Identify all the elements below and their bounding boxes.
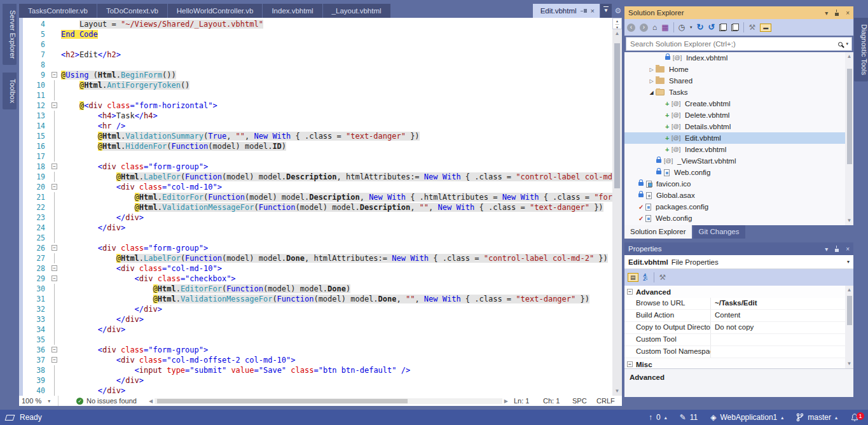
active-files-list-icon[interactable]: ▼	[600, 4, 612, 18]
solution-search-box[interactable]: ▾	[626, 37, 852, 51]
expander-icon[interactable]: ◢	[647, 90, 656, 95]
preview-selected-items-toggle[interactable]: ▬	[760, 24, 771, 32]
pending-edits-button[interactable]: ✎ 11	[680, 413, 698, 422]
properties-object-combo[interactable]: Edit.vbhtml File Properties ▾	[624, 255, 853, 269]
document-tab[interactable]: TasksController.vb	[19, 4, 97, 18]
property-pages-wrench-icon[interactable]: ⚒	[659, 273, 666, 282]
scroll-down-icon[interactable]: ▼	[847, 359, 852, 368]
scroll-down-icon[interactable]: ▼	[847, 216, 852, 225]
document-tab[interactable]: _Layout.vbhtml	[323, 4, 390, 18]
fold-toggle-icon[interactable]: −	[52, 357, 57, 363]
scrollbar-thumb[interactable]	[614, 43, 620, 188]
branch-button[interactable]: master ▴	[796, 413, 837, 422]
fold-toggle-icon[interactable]: −	[52, 275, 57, 281]
window-menu-caret-icon[interactable]: ▾	[825, 10, 828, 17]
editor-horizontal-scrollbar[interactable]: ◀ ▶	[147, 398, 510, 404]
diagnostic-tools-vertical-tab[interactable]: Diagnostic Tools	[854, 18, 868, 81]
properties-titlebar[interactable]: Properties ▾ ×	[624, 242, 853, 255]
search-input[interactable]	[626, 40, 838, 48]
editor-vertical-scrollbar[interactable]: ▴—▾ ▲ ▼	[612, 18, 622, 396]
tree-item-delete-vbhtml[interactable]: +[@]Delete.vbhtml	[624, 109, 853, 121]
scroll-up-icon[interactable]: ▲	[847, 52, 852, 61]
close-icon[interactable]: ×	[846, 246, 850, 253]
tree-item-details-vbhtml[interactable]: +[@]Details.vbhtml	[624, 121, 853, 132]
tree-item-web-config[interactable]: Web.config	[624, 167, 853, 178]
forward-icon[interactable]: ›	[640, 24, 648, 32]
scroll-right-icon[interactable]: ▶	[502, 398, 510, 404]
document-tab[interactable]: HelloWorldController.vb	[168, 4, 263, 18]
notifications-button[interactable]: 1	[850, 413, 859, 422]
code-editor[interactable]: 4567891011121314151617181920212223242526…	[19, 18, 622, 396]
property-row[interactable]: Build ActionContent	[624, 310, 845, 322]
pending-changes-filter-icon[interactable]: ◷	[679, 23, 685, 32]
refresh-icon[interactable]: ↻	[697, 23, 704, 32]
zoom-select[interactable]: 100 % ▾	[19, 396, 59, 406]
fold-toggle-icon[interactable]: −	[52, 245, 57, 251]
expander-icon[interactable]: ▷	[647, 78, 656, 84]
fold-toggle-icon[interactable]: −	[52, 265, 57, 271]
fold-toggle-icon[interactable]: −	[52, 164, 57, 169]
back-icon[interactable]: ‹	[627, 24, 635, 32]
auto-hide-pin-icon[interactable]	[834, 246, 840, 252]
category-row[interactable]: −Advanced	[624, 286, 845, 298]
property-value[interactable]: Content	[711, 310, 845, 321]
repository-button[interactable]: ◈ WebApplication1 ▴	[710, 413, 783, 422]
collapse-icon[interactable]: −	[627, 361, 633, 367]
collapse-all-icon[interactable]	[719, 24, 727, 31]
document-tab[interactable]: Index.vbhtml	[263, 4, 322, 18]
solution-explorer-titlebar[interactable]: Solution Explorer ▾ ×	[624, 6, 853, 19]
alphabetical-sort-icon[interactable]: AZ↓	[644, 274, 649, 281]
property-row[interactable]: Browse to URL~/Tasks/Edit	[624, 298, 845, 310]
home-icon[interactable]: ⌂	[652, 23, 657, 32]
property-value[interactable]: Do not copy	[711, 322, 845, 333]
categorized-toggle[interactable]: ▤	[628, 273, 638, 282]
tree-item-index-vbhtml[interactable]: [@]Index.vbhtml	[624, 52, 853, 64]
scroll-up-icon[interactable]: ▲	[615, 29, 620, 38]
property-value[interactable]	[711, 334, 845, 345]
tab-edit-vbhtml[interactable]: Edit.vbhtml ×	[533, 4, 600, 18]
search-options-caret-icon[interactable]: ▾	[846, 41, 848, 46]
pin-icon[interactable]	[581, 8, 587, 14]
dock-tab-git-changes[interactable]: Git Changes	[693, 225, 745, 239]
scroll-up-icon[interactable]: ▲	[847, 286, 852, 295]
tree-item-create-vbhtml[interactable]: +[@]Create.vbhtml	[624, 98, 853, 109]
push-commits-button[interactable]: ↑ 0 ▴	[649, 413, 667, 422]
collapse-icon[interactable]: −	[627, 289, 633, 295]
hscrollbar-thumb[interactable]	[157, 399, 408, 403]
toolbox-vertical-tab[interactable]: Toolbox	[3, 73, 17, 109]
server-explorer-vertical-tab[interactable]: Server Explorer	[3, 4, 17, 65]
dock-tab-solution-explorer[interactable]: Solution Explorer	[624, 225, 692, 239]
tree-item-home[interactable]: ▷Home	[624, 64, 853, 75]
document-options-gear-icon[interactable]: ⚙	[612, 4, 624, 18]
property-row[interactable]: Copy to Output DirectoryDo not copy	[624, 322, 845, 334]
fold-toggle-icon[interactable]: −	[52, 102, 57, 108]
window-menu-caret-icon[interactable]: ▾	[825, 246, 828, 253]
tree-item-favicon-ico[interactable]: favicon.ico	[624, 178, 853, 190]
close-icon[interactable]: ×	[591, 4, 595, 18]
tree-item-tasks[interactable]: ◢Tasks	[624, 87, 853, 98]
property-row[interactable]: Custom Tool Namespace	[624, 346, 845, 358]
sync-with-active-document-icon[interactable]: ↺	[708, 23, 715, 32]
scroll-left-icon[interactable]: ◀	[147, 398, 155, 404]
expander-icon[interactable]: ▷	[647, 67, 656, 73]
property-value[interactable]: ~/Tasks/Edit	[711, 298, 845, 309]
code-lines[interactable]: Layout = "~/Views/Shared/_Layout.vbhtml"…	[60, 18, 612, 396]
fold-toggle-icon[interactable]: −	[52, 184, 57, 190]
property-row[interactable]: Custom Tool	[624, 334, 845, 346]
tree-item-shared[interactable]: ▷Shared	[624, 75, 853, 87]
scroll-down-icon[interactable]: ▼	[615, 387, 620, 396]
properties-scrollbar[interactable]: ▲ ▼	[845, 286, 853, 368]
tree-item-index-vbhtml[interactable]: +[@]Index.vbhtml	[624, 144, 853, 155]
category-row[interactable]: −Misc	[624, 358, 845, 368]
issues-indicator[interactable]: ✓ No issues found	[59, 397, 143, 405]
fold-toggle-icon[interactable]: −	[52, 347, 57, 352]
tree-item--viewstart-vbhtml[interactable]: [@]_ViewStart.vbhtml	[624, 155, 853, 167]
properties-wrench-icon[interactable]: ⚒	[748, 23, 755, 32]
scrollbar-thumb[interactable]	[847, 296, 852, 325]
tree-item-packages-config[interactable]: ✓packages.config	[624, 201, 853, 212]
scrollbar-thumb[interactable]	[847, 69, 852, 164]
property-value[interactable]	[711, 346, 845, 358]
document-tab[interactable]: ToDoContext.vb	[97, 4, 167, 18]
close-icon[interactable]: ×	[846, 10, 850, 17]
tree-item-global-asax[interactable]: Global.asax	[624, 190, 853, 201]
